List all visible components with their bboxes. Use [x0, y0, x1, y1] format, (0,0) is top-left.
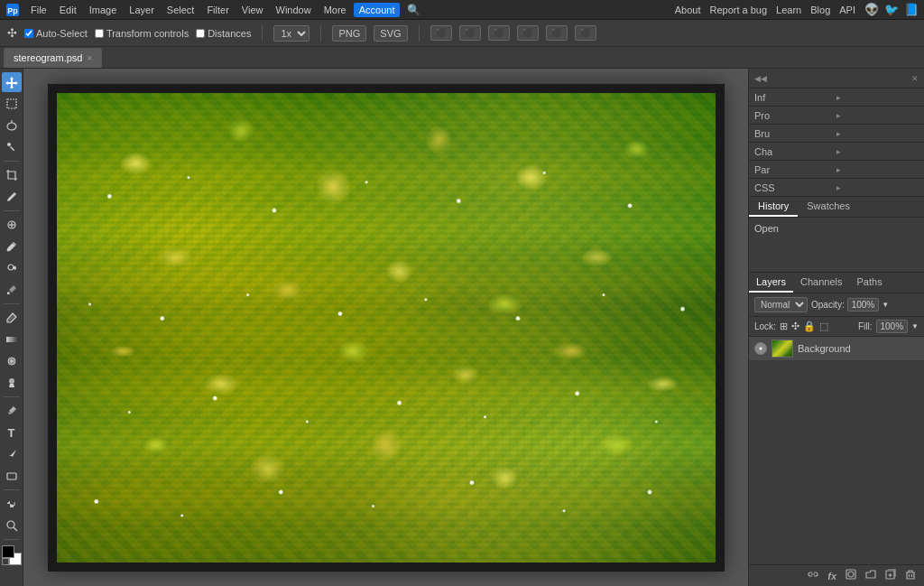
- distribute-icon-3[interactable]: ⬛: [575, 25, 596, 41]
- dodge-tool-btn[interactable]: [2, 373, 22, 393]
- distances-checkbox[interactable]: [196, 29, 205, 38]
- paragraph-panel-collapsed[interactable]: Par ▸: [749, 161, 924, 179]
- link-layers-btn[interactable]: [805, 568, 821, 583]
- delete-layer-btn[interactable]: [902, 568, 919, 583]
- png-export-btn[interactable]: PNG: [332, 25, 366, 42]
- layers-tabs: Layers Channels Paths: [749, 273, 924, 293]
- blur-tool-btn[interactable]: [2, 351, 22, 371]
- shape-tool-btn[interactable]: [2, 466, 22, 486]
- path-selection-tool-btn[interactable]: [2, 444, 22, 464]
- eyedropper-tool-btn[interactable]: [2, 187, 22, 207]
- crop-tool-btn[interactable]: [2, 165, 22, 185]
- history-brush-tool-btn[interactable]: [2, 280, 22, 300]
- options-separator-2: [320, 25, 321, 42]
- new-layer-btn[interactable]: [882, 568, 899, 583]
- options-separator-1: [262, 25, 263, 42]
- info-panel-collapsed[interactable]: Inf ▸: [749, 88, 924, 107]
- history-item-open[interactable]: Open: [754, 221, 919, 236]
- menu-window[interactable]: Window: [271, 3, 317, 17]
- align-right-icon[interactable]: ⬛: [488, 25, 510, 41]
- collapse-arrow-right[interactable]: ✕: [911, 74, 919, 83]
- zoom-select[interactable]: 1x: [273, 25, 310, 42]
- learn-link[interactable]: Learn: [776, 5, 801, 15]
- distribute-icon-2[interactable]: ⬛: [546, 25, 568, 41]
- move-tool-btn[interactable]: [2, 72, 22, 92]
- swap-colors-icon[interactable]: [2, 558, 9, 565]
- swatches-tab[interactable]: Swatches: [798, 197, 859, 217]
- clone-tool-btn[interactable]: [2, 258, 22, 278]
- opacity-dropdown-icon[interactable]: ▼: [882, 301, 889, 309]
- auto-select-label: Auto-Select: [36, 28, 88, 39]
- type-tool-btn[interactable]: T: [2, 423, 22, 442]
- svg-export-btn[interactable]: SVG: [374, 25, 407, 42]
- facebook-icon[interactable]: 📘: [904, 3, 919, 16]
- blog-link[interactable]: Blog: [810, 5, 830, 15]
- new-group-btn[interactable]: [863, 568, 879, 583]
- fill-dropdown-icon[interactable]: ▼: [911, 322, 919, 330]
- report-bug-link[interactable]: Report a bug: [709, 5, 767, 15]
- blend-mode-select[interactable]: Normal: [754, 297, 808, 312]
- menu-edit[interactable]: Edit: [54, 3, 82, 17]
- menu-image[interactable]: Image: [84, 3, 123, 17]
- fill-value[interactable]: 100%: [876, 320, 909, 333]
- properties-panel-collapsed[interactable]: Pro ▸: [749, 107, 924, 125]
- distances-option[interactable]: Distances: [196, 28, 251, 39]
- twitter-icon[interactable]: 🐦: [884, 3, 899, 16]
- fx-btn[interactable]: fx: [825, 570, 839, 582]
- menu-filter[interactable]: Filter: [201, 3, 234, 17]
- selection-tool-btn[interactable]: [2, 94, 22, 114]
- menu-file[interactable]: File: [25, 3, 52, 17]
- add-mask-btn[interactable]: [843, 568, 859, 583]
- menu-view[interactable]: View: [236, 3, 269, 17]
- background-layer-item[interactable]: Background: [749, 337, 924, 361]
- gradient-tool-btn[interactable]: [2, 330, 22, 349]
- lasso-tool-btn[interactable]: [2, 116, 22, 135]
- paths-tab-btn[interactable]: Paths: [850, 273, 890, 293]
- wand-tool-btn[interactable]: [2, 137, 22, 157]
- about-link[interactable]: About: [675, 5, 701, 15]
- transform-controls-option[interactable]: Transform controls: [95, 28, 189, 39]
- lock-pixels-icon[interactable]: ⊞: [780, 321, 788, 332]
- layers-footer: fx: [749, 564, 924, 586]
- lock-all-icon[interactable]: 🔒: [803, 321, 816, 332]
- lock-artboard-icon[interactable]: ⬚: [819, 321, 828, 332]
- pen-tool-btn[interactable]: [2, 401, 22, 421]
- channels-tab-btn[interactable]: Channels: [793, 273, 849, 293]
- auto-select-checkbox[interactable]: [24, 29, 33, 38]
- collapse-arrow-left[interactable]: ◀◀: [754, 74, 767, 83]
- foreground-color-box[interactable]: [2, 545, 14, 558]
- api-link[interactable]: API: [839, 5, 855, 15]
- tool-separator-1: [4, 161, 20, 162]
- menu-account[interactable]: Account: [354, 3, 401, 17]
- layers-panel: Layers Channels Paths Normal Opacity: 10…: [749, 272, 924, 586]
- layers-tab-btn[interactable]: Layers: [749, 273, 793, 293]
- brush-tool-btn[interactable]: [2, 237, 22, 256]
- distribute-icon-1[interactable]: ⬛: [517, 25, 539, 41]
- zoom-tool-btn[interactable]: [2, 516, 22, 535]
- menu-more[interactable]: More: [319, 3, 352, 17]
- channels-panel-collapsed[interactable]: Cha ▸: [749, 143, 924, 161]
- layer-visibility-toggle[interactable]: [754, 342, 767, 355]
- menu-select[interactable]: Select: [162, 3, 200, 17]
- tab-bar: stereogram.psd ×: [0, 47, 924, 69]
- channels-expand-arrow: ▸: [836, 147, 919, 156]
- menu-layer[interactable]: Layer: [124, 3, 160, 17]
- history-tab[interactable]: History: [749, 197, 798, 217]
- eraser-tool-btn[interactable]: [2, 308, 22, 328]
- lock-position-icon[interactable]: ✣: [791, 321, 799, 332]
- tab-close-button[interactable]: ×: [87, 53, 92, 63]
- layer-thumbnail: [772, 340, 793, 358]
- brushes-panel-collapsed[interactable]: Bru ▸: [749, 125, 924, 143]
- align-center-icon[interactable]: ⬛: [459, 25, 481, 41]
- heal-tool-btn[interactable]: [2, 215, 22, 235]
- align-left-icon[interactable]: ⬛: [430, 25, 452, 41]
- hand-tool-btn[interactable]: [2, 494, 22, 514]
- css-panel-collapsed[interactable]: CSS ▸: [749, 179, 924, 197]
- transform-controls-checkbox[interactable]: [95, 29, 104, 38]
- reddit-icon[interactable]: 👽: [864, 3, 879, 16]
- opacity-value[interactable]: 100%: [847, 298, 880, 312]
- document-tab[interactable]: stereogram.psd ×: [4, 48, 102, 68]
- menu-search-icon[interactable]: 🔍: [402, 2, 426, 18]
- svg-text:Pp: Pp: [7, 6, 18, 15]
- auto-select-option[interactable]: Auto-Select: [24, 28, 88, 39]
